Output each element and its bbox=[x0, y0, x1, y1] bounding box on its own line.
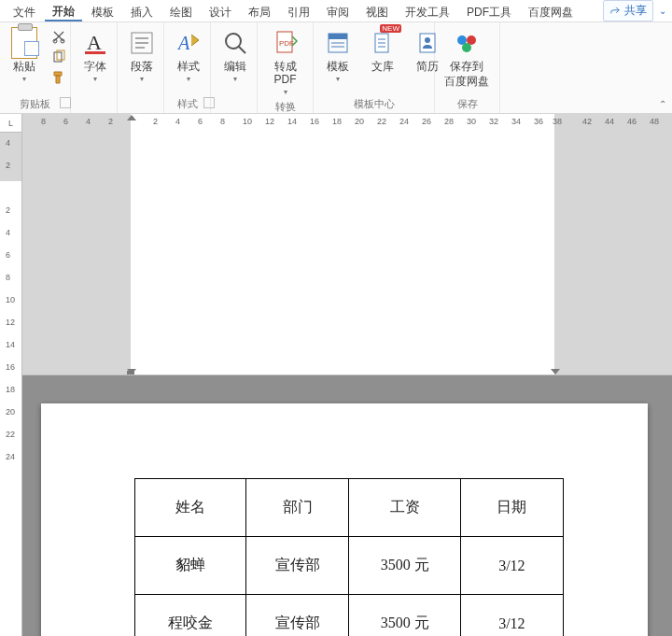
cell-salary[interactable]: 3500 元 bbox=[349, 595, 460, 637]
left-indent-marker[interactable] bbox=[127, 371, 134, 375]
paste-icon bbox=[11, 27, 37, 59]
hruler-tick: 10 bbox=[243, 117, 252, 126]
styles-dialog-launcher[interactable] bbox=[203, 97, 215, 108]
hruler-tick: 4 bbox=[86, 117, 91, 126]
vruler-tick: 4 bbox=[6, 138, 10, 148]
baidu-cloud-icon bbox=[452, 28, 482, 58]
paragraph-icon bbox=[127, 28, 157, 58]
font-label: 字体 bbox=[84, 60, 106, 73]
tab-baidu-pan[interactable]: 百度网盘 bbox=[521, 1, 581, 21]
paste-button[interactable]: 粘贴 ▾ bbox=[6, 26, 43, 85]
cell-date[interactable]: 3/12 bbox=[460, 595, 563, 637]
hruler-tick: 46 bbox=[627, 117, 637, 126]
library-icon: NEW bbox=[368, 28, 398, 58]
collapse-ribbon-icon[interactable]: ⌃ bbox=[659, 99, 666, 109]
hruler-tick: 6 bbox=[63, 117, 68, 126]
svg-text:A: A bbox=[176, 33, 190, 53]
header-name[interactable]: 姓名 bbox=[135, 479, 246, 537]
hruler-tick: 2 bbox=[153, 117, 158, 126]
vertical-ruler[interactable]: 4 2 2 4 6 8 10 12 14 16 18 20 22 24 bbox=[0, 133, 22, 636]
svg-point-27 bbox=[462, 43, 471, 52]
library-label: 文库 bbox=[371, 60, 394, 73]
tab-template[interactable]: 模板 bbox=[84, 1, 121, 21]
vruler-tick: 10 bbox=[6, 295, 15, 304]
menu-bar: 文件 开始 模板 插入 绘图 设计 布局 引用 审阅 视图 开发工具 PDF工具… bbox=[0, 0, 672, 22]
document-page[interactable]: 姓名 部门 工资 日期 貂蝉 宣传部 3500 元 3/12 程咬金 宣传部 bbox=[41, 403, 648, 636]
edit-button[interactable]: 编辑 ▾ bbox=[217, 26, 254, 85]
ribbon-group-template-center: 模板 ▾ NEW 文库 简历 模板中心 bbox=[314, 22, 435, 113]
right-indent-marker[interactable] bbox=[551, 369, 560, 375]
cell-name[interactable]: 程咬金 bbox=[135, 595, 246, 637]
ribbon-group-convert: PDF 转成PDF ▾ 转换 bbox=[258, 22, 314, 113]
tab-developer[interactable]: 开发工具 bbox=[398, 1, 457, 21]
convert-pdf-button[interactable]: PDF 转成PDF ▾ bbox=[263, 26, 307, 98]
tab-draw[interactable]: 绘图 bbox=[162, 1, 200, 21]
vruler-tick: 20 bbox=[6, 407, 15, 417]
edit-caret-icon: ▾ bbox=[233, 75, 237, 83]
first-line-indent-marker[interactable] bbox=[127, 115, 136, 120]
svg-point-11 bbox=[226, 34, 241, 49]
clipboard-dialog-launcher[interactable] bbox=[60, 97, 71, 108]
vruler-tick: 6 bbox=[6, 250, 10, 260]
tab-references[interactable]: 引用 bbox=[280, 1, 317, 21]
document-canvas[interactable]: 姓名 部门 工资 日期 貂蝉 宣传部 3500 元 3/12 程咬金 宣传部 bbox=[22, 375, 672, 636]
tab-file[interactable]: 文件 bbox=[6, 1, 43, 21]
tab-layout[interactable]: 布局 bbox=[241, 1, 278, 21]
table-row[interactable]: 程咬金 宣传部 3500 元 3/12 bbox=[135, 595, 564, 637]
paste-label: 粘贴 bbox=[13, 60, 35, 73]
paragraph-button[interactable]: 段落 ▾ bbox=[123, 26, 161, 85]
hruler-tick: 38 bbox=[553, 117, 562, 126]
cell-salary[interactable]: 3500 元 bbox=[349, 537, 460, 595]
save-line1: 保存到 bbox=[450, 60, 483, 73]
styles-label: 样式 bbox=[177, 60, 200, 73]
ruler-corner[interactable]: L bbox=[0, 114, 22, 133]
hruler-tick: 4 bbox=[175, 117, 180, 126]
cut-button[interactable] bbox=[50, 28, 67, 45]
payroll-table[interactable]: 姓名 部门 工资 日期 貂蝉 宣传部 3500 元 3/12 程咬金 宣传部 bbox=[134, 478, 564, 636]
copy-button[interactable] bbox=[50, 49, 67, 65]
resume-icon bbox=[413, 28, 442, 58]
cell-dept[interactable]: 宣传部 bbox=[246, 595, 349, 637]
tab-home[interactable]: 开始 bbox=[45, 0, 82, 21]
hruler-tick: 20 bbox=[355, 117, 364, 126]
font-icon: A bbox=[80, 28, 110, 58]
header-salary[interactable]: 工资 bbox=[349, 479, 460, 537]
convert-group-title: 转换 bbox=[263, 98, 307, 114]
vruler-tick: 2 bbox=[6, 161, 10, 170]
cell-date[interactable]: 3/12 bbox=[460, 537, 563, 595]
library-button[interactable]: NEW 文库 bbox=[364, 26, 401, 75]
table-row[interactable]: 貂蝉 宣传部 3500 元 3/12 bbox=[135, 537, 564, 595]
vruler-tick: 14 bbox=[6, 340, 15, 349]
header-date[interactable]: 日期 bbox=[460, 479, 563, 537]
resume-button[interactable]: 简历 bbox=[409, 26, 446, 75]
tab-review[interactable]: 审阅 bbox=[319, 1, 357, 21]
font-button[interactable]: A 字体 ▾ bbox=[77, 26, 114, 85]
paragraph-label: 段落 bbox=[131, 60, 153, 73]
styles-button[interactable]: A 样式 ▾ bbox=[170, 26, 207, 85]
share-button[interactable]: 共享 bbox=[603, 0, 653, 21]
hruler-tick: 48 bbox=[650, 117, 659, 126]
tab-insert[interactable]: 插入 bbox=[123, 1, 161, 21]
tab-view[interactable]: 视图 bbox=[358, 1, 396, 21]
styles-icon: A bbox=[174, 28, 203, 58]
convert-pdf-caret-icon: ▾ bbox=[284, 88, 287, 96]
vruler-tick: 2 bbox=[6, 205, 10, 215]
document-area: L 4 2 2 4 6 8 10 12 14 16 18 20 22 24 8 … bbox=[0, 114, 672, 636]
table-header-row[interactable]: 姓名 部门 工资 日期 bbox=[135, 479, 564, 537]
save-to-cloud-button[interactable]: 保存到 百度网盘 bbox=[441, 26, 493, 90]
hruler-tick: 24 bbox=[399, 117, 409, 126]
tab-pdf-tools[interactable]: PDF工具 bbox=[459, 1, 519, 21]
tab-design[interactable]: 设计 bbox=[202, 1, 239, 21]
format-painter-button[interactable] bbox=[50, 69, 67, 86]
hruler-tick: 36 bbox=[534, 117, 543, 126]
template-button[interactable]: 模板 ▾ bbox=[319, 26, 357, 85]
pdf-icon: PDF bbox=[271, 28, 301, 58]
header-dept[interactable]: 部门 bbox=[246, 479, 349, 537]
cell-dept[interactable]: 宣传部 bbox=[246, 537, 349, 595]
font-caret-icon: ▾ bbox=[93, 75, 97, 83]
cell-name[interactable]: 貂蝉 bbox=[135, 537, 246, 595]
save-group-title: 保存 bbox=[441, 95, 494, 111]
share-dropdown-caret[interactable]: ⌄ bbox=[659, 6, 666, 16]
horizontal-ruler[interactable]: 8 6 4 2 2 4 6 8 10 12 14 16 18 20 22 24 … bbox=[22, 114, 672, 375]
vruler-tick: 8 bbox=[6, 273, 10, 282]
